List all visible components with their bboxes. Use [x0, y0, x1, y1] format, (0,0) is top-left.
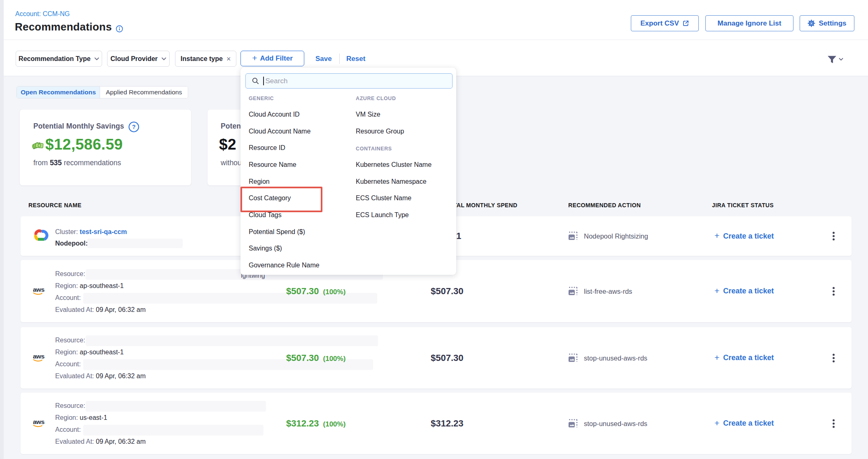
help-icon[interactable]: ?	[128, 121, 140, 133]
savings-card-title: Potential Monthly Savings	[33, 122, 124, 131]
dropdown-item-kubernetes-namespace[interactable]: Kubernetes Namespace	[356, 177, 427, 186]
monthly-spend-fragment: 1	[456, 231, 461, 241]
left-edge-strip	[0, 0, 4, 459]
chevron-down-icon	[94, 57, 99, 61]
reset-filter-button[interactable]: Reset	[346, 54, 365, 64]
dropdown-item-resource-name[interactable]: Resource Name	[249, 160, 296, 169]
tab-applied-recommendations[interactable]: Applied Recommendations	[100, 87, 188, 98]
evaluated-line: Evaluated At: 09 Apr, 06:32 am	[55, 305, 146, 314]
row-menu-kebab-icon[interactable]	[832, 419, 835, 428]
create-ticket-label: Create a ticket	[723, 419, 774, 428]
aws-logo-icon: aws	[33, 417, 48, 430]
dropdown-item-governance-rule-name[interactable]: Governance Rule Name	[249, 261, 320, 270]
row-menu-kebab-icon[interactable]	[832, 354, 835, 362]
recommended-action: Nodepool Rightsizing	[568, 232, 648, 241]
recommended-action-label: stop-unused-aws-rds	[584, 419, 647, 427]
save-filter-button[interactable]: Save	[315, 54, 332, 64]
evaluated-value: 09 Apr, 06:32 am	[96, 372, 146, 379]
account-line: Account:	[55, 425, 81, 434]
column-header-recommended-action: RECOMMENDED ACTION	[568, 202, 641, 208]
dropdown-item-savings[interactable]: Savings ($)	[249, 244, 282, 253]
page-title: Recommendations	[15, 21, 112, 33]
dropdown-item-potential-spend[interactable]: Potential Spend ($)	[249, 227, 305, 237]
chevron-down-icon	[839, 58, 843, 61]
resource-label: Resource:	[55, 270, 85, 277]
plus-icon: +	[714, 418, 719, 428]
row-menu-kebab-icon[interactable]	[832, 232, 835, 241]
recommended-action-label: stop-unused-aws-rds	[584, 354, 647, 362]
evaluated-line: Evaluated At: 09 Apr, 06:32 am	[55, 372, 146, 380]
filter-chip-label: Recommendation Type	[19, 55, 91, 63]
dropdown-item-cloud-account-id[interactable]: Cloud Account ID	[249, 110, 300, 119]
dropdown-item-ecs-cluster-name[interactable]: ECS Cluster Name	[356, 194, 411, 203]
recommended-action-label: Nodepool Rightsizing	[584, 232, 648, 240]
filter-panel-toggle[interactable]	[826, 53, 846, 66]
column-header-resource-name: RESOURCE NAME	[28, 202, 82, 208]
filter-actions-divider	[339, 54, 340, 64]
funnel-icon	[826, 54, 838, 65]
filter-chip-instance-type[interactable]: Instance type ×	[175, 51, 236, 67]
dropdown-item-region[interactable]: Region	[249, 177, 270, 186]
evaluated-label: Evaluated At:	[55, 438, 96, 445]
recommended-action: list-free-aws-rds	[568, 286, 632, 296]
search-placeholder: Search	[266, 77, 288, 85]
evaluated-label: Evaluated At:	[55, 372, 96, 379]
add-filter-button[interactable]: + Add Filter	[240, 51, 304, 66]
recommendation-row[interactable]: aws Resource: Region: ap-southeast-1 Acc…	[21, 327, 852, 389]
recommendation-row[interactable]: aws Resource: Region: us-east-1 Account:…	[21, 393, 852, 454]
savings-card-value: $12,586.59	[45, 136, 123, 153]
resource-label: Resource:	[55, 402, 85, 409]
create-ticket-link[interactable]: + Create a ticket	[714, 232, 774, 241]
spend-card-subtitle-fragment: withou	[221, 159, 242, 167]
spend-card-value-fragment: $2	[219, 136, 236, 153]
region-value: ap-southeast-1	[80, 349, 124, 356]
search-icon	[252, 77, 259, 85]
recommended-action: stop-unused-aws-rds	[568, 419, 647, 428]
tab-open-recommendations[interactable]: Open Recommendations	[17, 87, 100, 98]
external-link-icon	[682, 20, 689, 27]
aws-logo-icon: aws	[33, 285, 48, 297]
manage-ignore-list-button[interactable]: Manage Ignore List	[705, 15, 793, 31]
create-ticket-link[interactable]: + Create a ticket	[714, 354, 774, 363]
info-icon[interactable]	[116, 25, 123, 33]
create-ticket-label: Create a ticket	[723, 287, 774, 295]
evaluated-value: 09 Apr, 06:32 am	[96, 306, 146, 313]
search-input[interactable]: Search	[245, 73, 453, 89]
gcp-logo-icon	[32, 228, 49, 244]
account-breadcrumb[interactable]: Account: CCM-NG	[15, 10, 70, 18]
rightsizing-image-icon	[568, 232, 578, 241]
region-line: Region: us-east-1	[55, 413, 107, 422]
dropdown-item-cloud-account-name[interactable]: Cloud Account Name	[249, 127, 310, 136]
monthly-savings-value: $507.30 (100%)	[286, 286, 345, 297]
money-icon	[32, 140, 44, 152]
dropdown-section-containers: CONTAINERS	[356, 145, 392, 152]
close-icon[interactable]: ×	[226, 55, 231, 63]
create-ticket-label: Create a ticket	[723, 232, 774, 241]
region-line: Region: ap-southeast-1	[55, 281, 124, 290]
recommended-action: stop-unused-aws-rds	[568, 353, 647, 363]
filter-chip-recommendation-type[interactable]: Recommendation Type	[16, 51, 102, 67]
row-menu-kebab-icon[interactable]	[832, 287, 835, 295]
dropdown-item-vm-size[interactable]: VM Size	[356, 110, 380, 119]
dropdown-item-resource-group[interactable]: Resource Group	[356, 127, 404, 136]
settings-button[interactable]: Settings	[800, 15, 854, 31]
dropdown-item-ecs-launch-type[interactable]: ECS Launch Type	[356, 211, 409, 220]
svg-text:?: ?	[132, 124, 136, 130]
plus-icon: +	[252, 53, 257, 63]
rightsizing-image-icon	[568, 353, 578, 363]
create-ticket-link[interactable]: + Create a ticket	[714, 419, 774, 428]
cluster-name-link[interactable]: test-sri-qa-ccm	[80, 228, 127, 235]
savings-card-subtitle: from 535 recommendations	[33, 159, 121, 167]
export-csv-button[interactable]: Export CSV	[631, 15, 699, 31]
monthly-spend-value: $312.23	[431, 418, 464, 429]
region-line: Region: ap-southeast-1	[55, 348, 124, 356]
filter-chip-cloud-provider[interactable]: Cloud Provider	[107, 51, 170, 67]
svg-text:aws: aws	[33, 286, 44, 293]
region-label: Region:	[55, 349, 80, 356]
column-header-jira-ticket-status: JIRA TICKET STATUS	[712, 202, 774, 208]
dropdown-item-resource-id[interactable]: Resource ID	[249, 143, 285, 152]
create-ticket-link[interactable]: + Create a ticket	[714, 287, 774, 296]
dropdown-item-kubernetes-cluster-name[interactable]: Kubernetes Cluster Name	[356, 160, 432, 169]
region-value: us-east-1	[80, 414, 107, 421]
resource-line: Resource:	[55, 401, 85, 410]
